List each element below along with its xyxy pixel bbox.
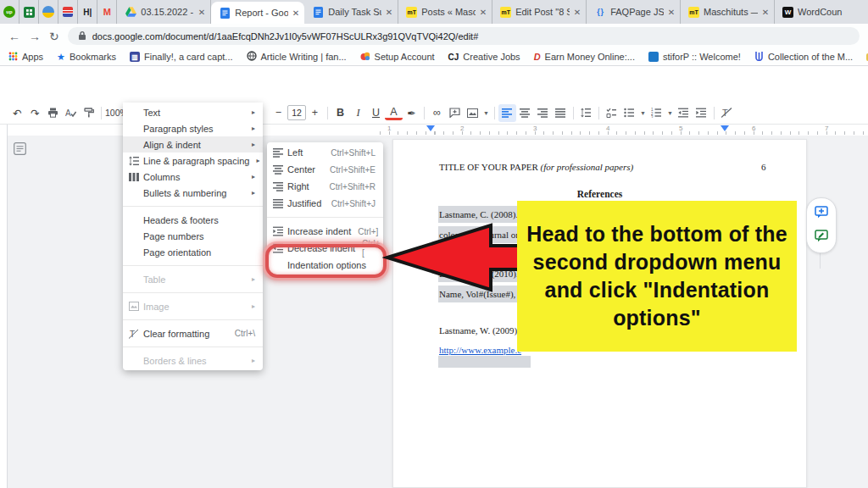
- bookmark-finally[interactable]: ▥ Finally!, a card capt...: [130, 52, 233, 62]
- ruler-ticks: [380, 131, 868, 135]
- format-menu-item-text[interactable]: Text▸: [123, 104, 263, 120]
- tab-close-icon[interactable]: ✕: [574, 8, 581, 17]
- submenu-item-justified[interactable]: JustifiedCtrl+Shift+J: [267, 195, 383, 212]
- add-comment-icon[interactable]: [815, 206, 828, 222]
- format-menu-item-bullets-numbering[interactable]: Bullets & numbering▸: [123, 185, 263, 201]
- increase-indent-icon[interactable]: [693, 104, 710, 122]
- italic-icon[interactable]: I: [349, 104, 367, 122]
- tab-close-icon[interactable]: ✕: [386, 8, 392, 17]
- tab-report-active[interactable]: Report - Goog ✕: [211, 2, 304, 24]
- font-size-increase-icon[interactable]: +: [306, 104, 324, 122]
- tab-drive[interactable]: 03.15.2022 - G ✕: [117, 0, 211, 24]
- pinned-tab-sheets[interactable]: [19, 0, 39, 24]
- undo-icon[interactable]: ↶: [8, 104, 26, 122]
- bold-icon[interactable]: B: [331, 104, 349, 122]
- forward-icon[interactable]: →: [29, 30, 41, 43]
- clear-formatting-icon[interactable]: T: [718, 104, 736, 122]
- omnibox[interactable]: docs.google.com/document/d/1aaEfcqDNh2Jv…: [68, 27, 860, 45]
- add-comment-icon[interactable]: [446, 104, 464, 122]
- submenu-item-center[interactable]: CenterCtrl+Shift+E: [267, 161, 383, 178]
- reference-line[interactable]: Lastname, C. (2008). T: [439, 209, 526, 219]
- bookmark-stiforp[interactable]: stiforP :: Welcome!: [648, 52, 741, 62]
- reload-icon[interactable]: ↻: [49, 30, 59, 43]
- bookmark-bookmarks[interactable]: ★ Bookmarks: [57, 52, 116, 63]
- bookmark-collection[interactable]: Collection of the M...: [754, 51, 853, 63]
- left-indent-marker[interactable]: [426, 125, 435, 131]
- align-left-button[interactable]: [498, 104, 516, 122]
- spellcheck-icon[interactable]: A: [62, 104, 80, 122]
- tab-wordcounter[interactable]: W WordCoun: [775, 0, 868, 24]
- decrease-indent-icon[interactable]: [675, 104, 693, 122]
- font-size-field[interactable]: 12: [287, 105, 306, 120]
- redo-icon[interactable]: ↷: [26, 104, 44, 122]
- insert-image-icon[interactable]: [464, 104, 481, 122]
- pinned-tab-h[interactable]: H|: [78, 0, 97, 24]
- align-justify-button[interactable]: [552, 104, 570, 122]
- paint-format-icon[interactable]: [80, 104, 97, 122]
- tab-faqpage[interactable]: { } FAQPage JSO ✕: [587, 0, 681, 24]
- reference-link[interactable]: http://www.example.c: [439, 345, 521, 355]
- apps-button[interactable]: Apps: [8, 52, 43, 63]
- print-icon[interactable]: [44, 104, 62, 122]
- tab-label: Posts « Masch: [421, 7, 476, 17]
- tab-edit-post[interactable]: mT Edit Post "8 Si ✕: [492, 0, 587, 24]
- bulleted-list-icon[interactable]: [620, 104, 638, 122]
- underline-icon[interactable]: U: [367, 104, 385, 122]
- document-outline-icon[interactable]: [14, 142, 26, 158]
- tab-close-icon[interactable]: ✕: [480, 8, 487, 17]
- highlight-color-icon[interactable]: ✒: [403, 104, 420, 122]
- reference-line[interactable]: Lastname, W. (2009).: [439, 325, 520, 336]
- star-icon: ★: [57, 52, 65, 63]
- tab-label: 03.15.2022 - G: [141, 7, 194, 17]
- numbered-list-icon[interactable]: 123: [648, 104, 665, 122]
- format-menu-item-paragraph-styles[interactable]: Paragraph styles▸: [123, 120, 263, 136]
- bullets-caret-icon: ▼: [638, 110, 648, 116]
- tab-maschituts[interactable]: mT Maschituts — ✕: [681, 0, 775, 24]
- format-menu-item-columns[interactable]: Columns▸: [123, 169, 263, 185]
- submenu-item-left[interactable]: LeftCtrl+Shift+L: [267, 144, 383, 161]
- tab-label: FAQPage JSO: [610, 7, 664, 17]
- ruler-number: 7: [825, 125, 828, 132]
- format-menu-item-clear-formatting[interactable]: TClear formattingCtrl+\: [123, 325, 263, 341]
- bookmark-article-writing[interactable]: Article Writing | fan...: [247, 51, 347, 63]
- indent-increase-icon: [273, 226, 287, 236]
- font-size-decrease-icon[interactable]: −: [270, 104, 287, 122]
- tab-close-icon[interactable]: ✕: [292, 8, 299, 18]
- tab-close-icon[interactable]: ✕: [198, 8, 205, 17]
- format-menu-item-align-indent[interactable]: Align & indent▸: [123, 136, 263, 152]
- shortcut-label: Ctrl+\: [228, 329, 255, 338]
- submenu-item-increase-indent[interactable]: Increase indentCtrl+]: [267, 223, 383, 240]
- docs-icon: [312, 6, 324, 18]
- insert-link-icon[interactable]: ∞: [428, 104, 446, 122]
- align-right-button[interactable]: [534, 104, 552, 122]
- format-menu-item-page-numbers[interactable]: Page numbers: [123, 228, 263, 244]
- tab-daily-task[interactable]: Daily Task Sum ✕: [304, 0, 398, 24]
- line-spacing-icon[interactable]: [577, 104, 595, 122]
- pinned-tab-app2[interactable]: [58, 0, 78, 24]
- tab-close-icon[interactable]: ✕: [668, 8, 675, 17]
- bookmark-earn-money[interactable]: D Earn Money Online:...: [534, 52, 635, 62]
- pinned-tab-upwork[interactable]: up: [0, 0, 19, 24]
- checklist-icon[interactable]: [603, 104, 620, 122]
- tab-posts[interactable]: mT Posts « Masch ✕: [398, 0, 492, 24]
- align-center-button[interactable]: [516, 104, 534, 122]
- submenu-arrow-icon: ▸: [245, 125, 255, 132]
- format-menu-item-headers-footers[interactable]: Headers & footers: [123, 212, 263, 228]
- ruler-number: 6: [752, 125, 755, 132]
- format-menu-item-line-spacing[interactable]: Line & paragraph spacing▸: [123, 152, 263, 169]
- text-color-icon[interactable]: A: [385, 105, 403, 120]
- submenu-arrow-icon: ▸: [245, 141, 255, 148]
- pinned-tab-app1[interactable]: [39, 0, 58, 24]
- back-icon[interactable]: ←: [8, 30, 20, 43]
- right-indent-marker[interactable]: [721, 125, 729, 131]
- shortcut-label: Ctrl+Shift+R: [323, 182, 376, 191]
- suggest-edits-icon[interactable]: [815, 230, 828, 246]
- bookmark-creative-jobs[interactable]: CJ Creative Jobs: [448, 52, 520, 62]
- mt-icon: mT: [500, 7, 511, 18]
- format-menu-item-page-orientation[interactable]: Page orientation: [123, 244, 263, 260]
- tab-close-icon[interactable]: ✕: [762, 8, 769, 17]
- w-icon: W: [782, 7, 793, 18]
- pinned-tab-gmail[interactable]: M: [97, 0, 117, 24]
- submenu-item-right[interactable]: RightCtrl+Shift+R: [267, 178, 383, 195]
- bookmark-setup-account[interactable]: Setup Account: [360, 51, 435, 63]
